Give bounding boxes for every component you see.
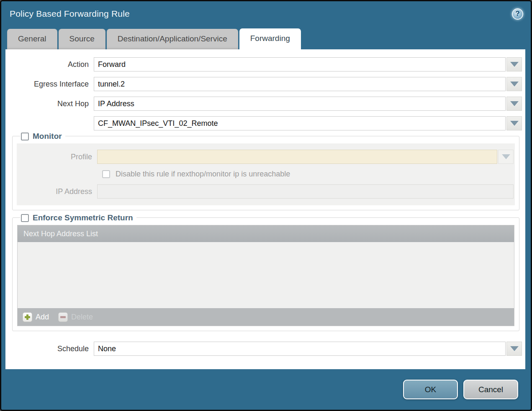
profile-input <box>97 150 497 164</box>
title-bar: Policy Based Forwarding Rule ? <box>1 1 531 26</box>
next-hop-label: Next Hop <box>15 100 94 108</box>
egress-interface-label: Egress Interface <box>15 80 94 89</box>
monitor-legend: Monitor <box>20 132 65 141</box>
symmetric-return-label: Enforce Symmetric Return <box>33 213 133 222</box>
add-button[interactable]: Add <box>23 312 49 322</box>
next-hop-row: Next Hop <box>5 97 522 111</box>
help-icon[interactable]: ? <box>512 8 523 20</box>
disable-rule-label: Disable this rule if nexthop/monitor ip … <box>116 170 290 179</box>
chevron-down-icon <box>502 154 510 159</box>
next-hop-address-input[interactable] <box>94 116 506 130</box>
dialog-title: Policy Based Forwarding Rule <box>10 9 130 19</box>
monitor-checkbox[interactable] <box>21 133 29 140</box>
symmetric-return-fieldset: Enforce Symmetric Return Next Hop Addres… <box>12 217 519 331</box>
table-header: Next Hop Address List <box>18 225 514 242</box>
chevron-down-icon <box>510 62 519 67</box>
next-hop-address-list-table: Next Hop Address List Add Delete <box>17 225 514 326</box>
table-footer: Add Delete <box>18 308 514 326</box>
delete-minus-icon <box>58 312 68 322</box>
chevron-down-icon <box>510 101 519 106</box>
dialog-footer: OK Cancel <box>1 369 531 410</box>
next-hop-type-input[interactable] <box>94 97 506 111</box>
disable-rule-row: Disable this rule if nexthop/monitor ip … <box>102 170 514 179</box>
chevron-down-icon <box>510 346 519 351</box>
monitor-fieldset: Monitor Profile Disable this rule if nex… <box>12 136 519 210</box>
schedule-label: Schedule <box>15 345 94 353</box>
monitor-label: Monitor <box>33 132 62 141</box>
action-dropdown-button[interactable] <box>506 57 522 71</box>
table-body-empty[interactable] <box>18 242 514 308</box>
tab-general[interactable]: General <box>7 29 57 49</box>
egress-interface-input[interactable] <box>94 77 506 91</box>
monitor-ip-input <box>97 184 514 199</box>
profile-label: Profile <box>30 153 97 161</box>
schedule-row: Schedule <box>5 342 522 356</box>
schedule-input[interactable] <box>94 342 506 356</box>
action-row: Action <box>5 57 522 71</box>
delete-button-label: Delete <box>71 313 93 322</box>
add-button-label: Add <box>36 313 49 322</box>
ok-button[interactable]: OK <box>403 380 458 399</box>
profile-dropdown-button <box>498 150 514 164</box>
next-hop-address-row <box>5 116 522 130</box>
monitor-ip-row: IP Address <box>17 184 514 199</box>
chevron-down-icon <box>510 82 519 87</box>
chevron-down-icon <box>510 121 519 126</box>
schedule-dropdown-button[interactable] <box>506 342 522 356</box>
tab-destination-application-service[interactable]: Destination/Application/Service <box>107 29 238 49</box>
action-label: Action <box>15 60 94 69</box>
tab-bar: General Source Destination/Application/S… <box>1 26 531 49</box>
pbf-rule-dialog: Policy Based Forwarding Rule ? General S… <box>0 0 532 411</box>
delete-button: Delete <box>58 312 93 322</box>
tab-source[interactable]: Source <box>59 29 105 49</box>
add-plus-icon <box>23 312 32 322</box>
tab-forwarding[interactable]: Forwarding <box>239 28 301 49</box>
profile-row: Profile <box>17 150 514 164</box>
dialog-content: Action Egress Interface Next Hop <box>5 49 525 369</box>
egress-interface-dropdown-button[interactable] <box>506 77 522 91</box>
next-hop-type-dropdown-button[interactable] <box>506 97 522 111</box>
symmetric-return-checkbox[interactable] <box>21 214 29 222</box>
egress-interface-row: Egress Interface <box>5 77 522 91</box>
disable-rule-checkbox <box>102 170 110 178</box>
next-hop-address-dropdown-button[interactable] <box>506 116 522 130</box>
cancel-button[interactable]: Cancel <box>463 380 518 399</box>
action-input[interactable] <box>94 57 506 71</box>
monitor-body: Profile Disable this rule if nexthop/mon… <box>17 143 515 205</box>
monitor-ip-label: IP Address <box>30 187 97 196</box>
symmetric-return-legend: Enforce Symmetric Return <box>20 213 136 222</box>
